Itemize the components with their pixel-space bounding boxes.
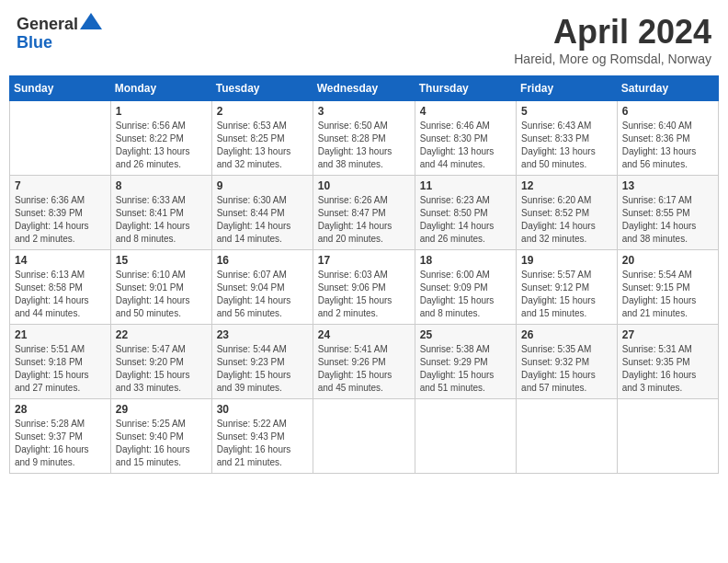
day-info: Sunrise: 5:51 AM Sunset: 9:18 PM Dayligh… bbox=[15, 343, 106, 395]
calendar-cell: 10Sunrise: 6:26 AM Sunset: 8:47 PM Dayli… bbox=[313, 176, 415, 250]
calendar-cell bbox=[313, 399, 415, 474]
day-info: Sunrise: 5:38 AM Sunset: 9:29 PM Dayligh… bbox=[420, 343, 511, 395]
calendar-cell: 28Sunrise: 5:28 AM Sunset: 9:37 PM Dayli… bbox=[10, 399, 111, 474]
calendar-header-monday: Monday bbox=[110, 76, 211, 101]
day-number: 14 bbox=[15, 254, 106, 267]
day-info: Sunrise: 5:41 AM Sunset: 9:26 PM Dayligh… bbox=[318, 343, 410, 395]
calendar-cell: 11Sunrise: 6:23 AM Sunset: 8:50 PM Dayli… bbox=[415, 176, 516, 250]
day-info: Sunrise: 6:07 AM Sunset: 9:04 PM Dayligh… bbox=[217, 269, 308, 320]
calendar-cell: 30Sunrise: 5:22 AM Sunset: 9:43 PM Dayli… bbox=[211, 399, 313, 474]
calendar-cell: 15Sunrise: 6:10 AM Sunset: 9:01 PM Dayli… bbox=[110, 250, 211, 325]
calendar-cell bbox=[415, 399, 516, 474]
day-info: Sunrise: 6:46 AM Sunset: 8:30 PM Dayligh… bbox=[420, 120, 511, 171]
calendar-cell: 6Sunrise: 6:40 AM Sunset: 8:36 PM Daylig… bbox=[617, 101, 718, 176]
day-number: 22 bbox=[116, 328, 207, 341]
day-info: Sunrise: 5:25 AM Sunset: 9:40 PM Dayligh… bbox=[116, 418, 207, 469]
day-number: 21 bbox=[15, 328, 106, 341]
day-number: 28 bbox=[15, 403, 106, 416]
day-info: Sunrise: 6:13 AM Sunset: 8:58 PM Dayligh… bbox=[15, 269, 106, 320]
day-number: 7 bbox=[15, 179, 106, 192]
day-info: Sunrise: 6:23 AM Sunset: 8:50 PM Dayligh… bbox=[420, 194, 511, 246]
day-number: 16 bbox=[217, 254, 308, 267]
day-number: 18 bbox=[420, 254, 511, 267]
calendar-header-tuesday: Tuesday bbox=[211, 76, 313, 101]
calendar-cell: 13Sunrise: 6:17 AM Sunset: 8:55 PM Dayli… bbox=[617, 176, 718, 250]
day-number: 11 bbox=[420, 179, 511, 192]
day-number: 4 bbox=[420, 105, 511, 118]
calendar-cell: 19Sunrise: 5:57 AM Sunset: 9:12 PM Dayli… bbox=[517, 250, 618, 325]
calendar-cell bbox=[617, 399, 718, 474]
day-info: Sunrise: 5:35 AM Sunset: 9:32 PM Dayligh… bbox=[521, 343, 612, 395]
day-info: Sunrise: 6:00 AM Sunset: 9:09 PM Dayligh… bbox=[420, 269, 511, 320]
day-number: 9 bbox=[217, 179, 308, 192]
day-number: 6 bbox=[622, 105, 713, 118]
calendar-week-4: 21Sunrise: 5:51 AM Sunset: 9:18 PM Dayli… bbox=[10, 325, 719, 399]
logo: General Blue bbox=[17, 13, 102, 52]
calendar-cell: 18Sunrise: 6:00 AM Sunset: 9:09 PM Dayli… bbox=[415, 250, 516, 325]
day-info: Sunrise: 5:28 AM Sunset: 9:37 PM Dayligh… bbox=[15, 418, 106, 469]
calendar-cell: 2Sunrise: 6:53 AM Sunset: 8:25 PM Daylig… bbox=[211, 101, 313, 176]
calendar-cell: 29Sunrise: 5:25 AM Sunset: 9:40 PM Dayli… bbox=[110, 399, 211, 474]
day-info: Sunrise: 5:44 AM Sunset: 9:23 PM Dayligh… bbox=[217, 343, 308, 395]
day-info: Sunrise: 5:54 AM Sunset: 9:15 PM Dayligh… bbox=[622, 269, 713, 320]
day-number: 29 bbox=[116, 403, 207, 416]
calendar-header-sunday: Sunday bbox=[10, 76, 111, 101]
calendar-cell: 12Sunrise: 6:20 AM Sunset: 8:52 PM Dayli… bbox=[517, 176, 618, 250]
month-title: April 2024 bbox=[514, 13, 711, 52]
day-number: 25 bbox=[420, 328, 511, 341]
day-info: Sunrise: 6:56 AM Sunset: 8:22 PM Dayligh… bbox=[116, 120, 207, 171]
page-header: General Blue April 2024 Hareid, More og … bbox=[9, 9, 719, 70]
day-number: 3 bbox=[318, 105, 410, 118]
calendar-cell: 1Sunrise: 6:56 AM Sunset: 8:22 PM Daylig… bbox=[110, 101, 211, 176]
day-number: 27 bbox=[622, 328, 713, 341]
calendar-week-2: 7Sunrise: 6:36 AM Sunset: 8:39 PM Daylig… bbox=[10, 176, 719, 250]
day-number: 2 bbox=[217, 105, 308, 118]
calendar-cell: 8Sunrise: 6:33 AM Sunset: 8:41 PM Daylig… bbox=[110, 176, 211, 250]
calendar-cell: 7Sunrise: 6:36 AM Sunset: 8:39 PM Daylig… bbox=[10, 176, 111, 250]
calendar-cell bbox=[517, 399, 618, 474]
calendar-week-3: 14Sunrise: 6:13 AM Sunset: 8:58 PM Dayli… bbox=[10, 250, 719, 325]
day-number: 23 bbox=[217, 328, 308, 341]
day-info: Sunrise: 6:03 AM Sunset: 9:06 PM Dayligh… bbox=[318, 269, 410, 320]
day-info: Sunrise: 5:47 AM Sunset: 9:20 PM Dayligh… bbox=[116, 343, 207, 395]
calendar-cell bbox=[10, 101, 111, 176]
day-number: 26 bbox=[521, 328, 612, 341]
day-number: 19 bbox=[521, 254, 612, 267]
day-info: Sunrise: 6:53 AM Sunset: 8:25 PM Dayligh… bbox=[217, 120, 308, 171]
day-info: Sunrise: 6:20 AM Sunset: 8:52 PM Dayligh… bbox=[521, 194, 612, 246]
day-number: 5 bbox=[521, 105, 612, 118]
calendar-cell: 26Sunrise: 5:35 AM Sunset: 9:32 PM Dayli… bbox=[517, 325, 618, 399]
calendar-cell: 17Sunrise: 6:03 AM Sunset: 9:06 PM Dayli… bbox=[313, 250, 415, 325]
calendar-cell: 27Sunrise: 5:31 AM Sunset: 9:35 PM Dayli… bbox=[617, 325, 718, 399]
day-info: Sunrise: 6:40 AM Sunset: 8:36 PM Dayligh… bbox=[622, 120, 713, 171]
title-block: April 2024 Hareid, More og Romsdal, Norw… bbox=[514, 13, 711, 66]
day-number: 13 bbox=[622, 179, 713, 192]
day-info: Sunrise: 5:31 AM Sunset: 9:35 PM Dayligh… bbox=[622, 343, 713, 395]
day-number: 15 bbox=[116, 254, 207, 267]
day-info: Sunrise: 5:22 AM Sunset: 9:43 PM Dayligh… bbox=[217, 418, 308, 469]
day-number: 20 bbox=[622, 254, 713, 267]
calendar-cell: 14Sunrise: 6:13 AM Sunset: 8:58 PM Dayli… bbox=[10, 250, 111, 325]
calendar-header-friday: Friday bbox=[517, 76, 618, 101]
logo-icon bbox=[80, 13, 102, 29]
calendar-cell: 3Sunrise: 6:50 AM Sunset: 8:28 PM Daylig… bbox=[313, 101, 415, 176]
calendar-cell: 24Sunrise: 5:41 AM Sunset: 9:26 PM Dayli… bbox=[313, 325, 415, 399]
day-info: Sunrise: 6:26 AM Sunset: 8:47 PM Dayligh… bbox=[318, 194, 410, 246]
logo-blue: Blue bbox=[17, 33, 52, 52]
day-number: 30 bbox=[217, 403, 308, 416]
day-number: 1 bbox=[116, 105, 207, 118]
day-info: Sunrise: 6:33 AM Sunset: 8:41 PM Dayligh… bbox=[116, 194, 207, 246]
day-number: 10 bbox=[318, 179, 410, 192]
day-info: Sunrise: 6:30 AM Sunset: 8:44 PM Dayligh… bbox=[217, 194, 308, 246]
calendar-table: SundayMondayTuesdayWednesdayThursdayFrid… bbox=[9, 75, 719, 474]
day-info: Sunrise: 6:36 AM Sunset: 8:39 PM Dayligh… bbox=[15, 194, 106, 246]
calendar-week-1: 1Sunrise: 6:56 AM Sunset: 8:22 PM Daylig… bbox=[10, 101, 719, 176]
calendar-cell: 5Sunrise: 6:43 AM Sunset: 8:33 PM Daylig… bbox=[517, 101, 618, 176]
calendar-cell: 25Sunrise: 5:38 AM Sunset: 9:29 PM Dayli… bbox=[415, 325, 516, 399]
day-number: 24 bbox=[318, 328, 410, 341]
calendar-header-row: SundayMondayTuesdayWednesdayThursdayFrid… bbox=[10, 76, 719, 101]
day-info: Sunrise: 6:43 AM Sunset: 8:33 PM Dayligh… bbox=[521, 120, 612, 171]
calendar-cell: 20Sunrise: 5:54 AM Sunset: 9:15 PM Dayli… bbox=[617, 250, 718, 325]
calendar-cell: 9Sunrise: 6:30 AM Sunset: 8:44 PM Daylig… bbox=[211, 176, 313, 250]
calendar-cell: 16Sunrise: 6:07 AM Sunset: 9:04 PM Dayli… bbox=[211, 250, 313, 325]
